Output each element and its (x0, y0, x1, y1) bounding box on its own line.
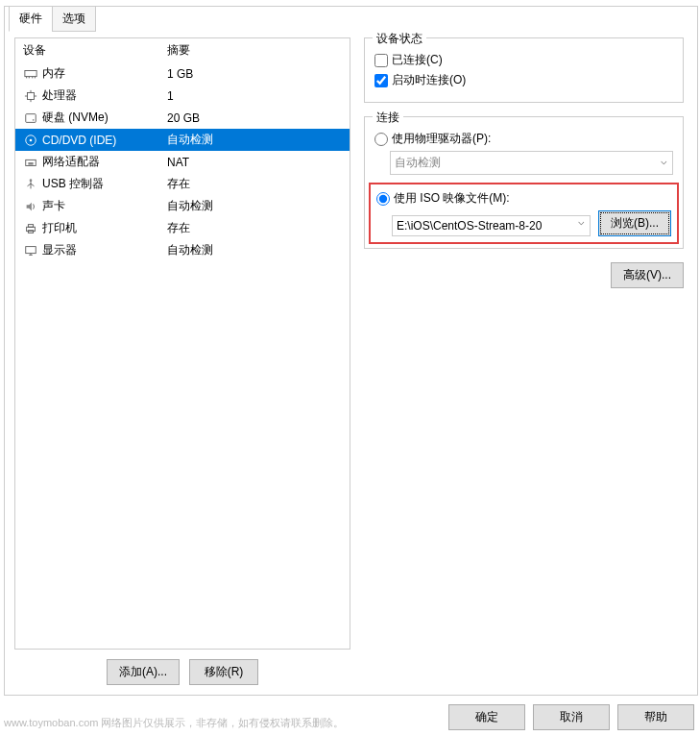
connected-label: 已连接(C) (392, 52, 443, 68)
header-device: 设备 (23, 42, 167, 59)
physical-drive-combo[interactable]: 自动检测 (390, 151, 673, 175)
device-summary: 1 (167, 89, 342, 103)
device-row[interactable]: 打印机 存在 (15, 217, 350, 239)
svg-point-11 (33, 118, 35, 120)
iso-highlight-box: 使用 ISO 映像文件(M): E:\iOS\CentOS-Stream-8-2… (369, 183, 679, 244)
group-title-connection: 连接 (373, 110, 403, 126)
device-row[interactable]: CD/DVD (IDE) 自动检测 (15, 129, 350, 151)
disk-icon (23, 110, 38, 126)
device-summary: 存在 (167, 220, 342, 236)
device-status-group: 设备状态 已连接(C) 启动时连接(O) (364, 37, 684, 103)
cancel-button[interactable]: 取消 (533, 704, 610, 730)
device-name: 硬盘 (NVMe) (42, 110, 109, 126)
physical-drive-radio[interactable] (374, 133, 388, 146)
device-row[interactable]: 硬盘 (NVMe) 20 GB (15, 107, 350, 129)
svg-rect-23 (26, 246, 36, 253)
device-name: CD/DVD (IDE) (42, 134, 116, 147)
ok-button[interactable]: 确定 (448, 704, 525, 730)
connected-checkbox[interactable] (374, 54, 388, 67)
connect-at-power-label: 启动时连接(O) (392, 72, 466, 88)
network-icon (23, 155, 38, 170)
device-row[interactable]: USB 控制器 存在 (15, 173, 350, 195)
device-row[interactable]: 内存 1 GB (15, 62, 350, 85)
list-header: 设备 摘要 (15, 38, 350, 62)
iso-file-combo[interactable]: E:\iOS\CentOS-Stream-8-20 (392, 215, 591, 236)
memory-icon (23, 66, 38, 82)
help-button[interactable]: 帮助 (617, 704, 694, 730)
svg-rect-5 (28, 92, 35, 99)
device-row[interactable]: 显示器 自动检测 (15, 239, 350, 261)
device-row[interactable]: 声卡 自动检测 (15, 195, 350, 217)
device-summary: 自动检测 (167, 242, 342, 258)
physical-drive-label: 使用物理驱动器(P): (392, 131, 491, 147)
browse-button[interactable]: 浏览(B)... (598, 210, 671, 236)
group-title-status: 设备状态 (373, 31, 426, 47)
device-summary: 20 GB (167, 111, 342, 125)
device-summary: NAT (167, 156, 342, 169)
usb-icon (23, 177, 38, 192)
device-row[interactable]: 处理器 1 (15, 85, 350, 107)
device-name: 声卡 (42, 198, 65, 214)
iso-file-radio[interactable] (376, 192, 390, 206)
device-summary: 自动检测 (167, 198, 342, 214)
svg-rect-15 (28, 162, 33, 165)
svg-rect-0 (25, 70, 36, 76)
device-name: 处理器 (42, 87, 77, 104)
device-row[interactable]: 网络适配器 NAT (15, 151, 350, 173)
remove-button[interactable]: 移除(R) (189, 659, 258, 685)
device-summary: 自动检测 (167, 132, 342, 148)
iso-file-label: 使用 ISO 映像文件(M): (394, 190, 510, 207)
svg-point-13 (30, 138, 33, 141)
device-name: 显示器 (42, 242, 77, 258)
svg-line-19 (31, 184, 35, 186)
display-icon (23, 243, 38, 258)
device-summary: 1 GB (167, 67, 342, 81)
connection-group: 连接 使用物理驱动器(P): 自动检测 使用 ISO 映像文件(M): E: (364, 116, 684, 249)
svg-rect-21 (28, 224, 33, 227)
device-name: USB 控制器 (42, 176, 104, 192)
printer-icon (23, 221, 38, 236)
cd-icon (23, 133, 38, 148)
device-list: 设备 摘要 内存 1 GB 处理器 1 硬盘 (NVMe) 20 GB CD/D… (14, 37, 350, 650)
cpu-icon (23, 88, 38, 104)
device-name: 网络适配器 (42, 154, 100, 170)
sound-icon (23, 199, 38, 214)
advanced-button[interactable]: 高级(V)... (611, 262, 684, 288)
svg-rect-10 (26, 113, 36, 122)
connect-at-power-checkbox[interactable] (374, 74, 388, 87)
add-button[interactable]: 添加(A)... (107, 659, 180, 685)
device-summary: 存在 (167, 176, 342, 192)
watermark-text: www.toymoban.com 网络图片仅供展示，非存储，如有侵权请联系删除。 (4, 716, 344, 730)
device-name: 打印机 (42, 220, 77, 236)
svg-line-18 (28, 184, 32, 186)
device-name: 内存 (42, 65, 65, 82)
header-summary: 摘要 (167, 42, 342, 59)
